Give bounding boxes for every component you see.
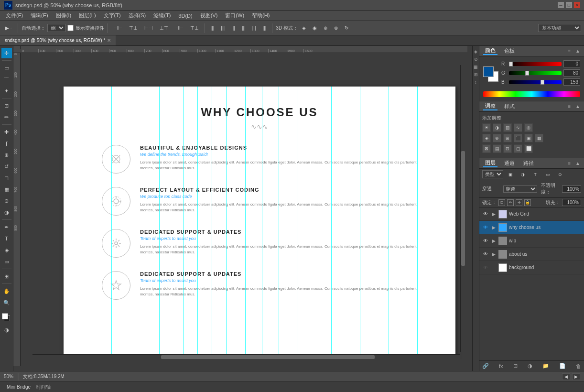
adj-btn-contrast[interactable]: ◑ [493, 123, 501, 132]
distribute-4[interactable]: ||| [239, 24, 248, 32]
hand-tool[interactable]: ✋ [1, 286, 12, 296]
lock-position[interactable]: ✛ [516, 199, 522, 206]
link-layers-btn[interactable]: 🔗 [482, 363, 489, 369]
align-top[interactable]: ⊥⊤ [157, 24, 171, 32]
document-canvas[interactable]: WHY CHOOSE US ∿∿∿ BEAUTIFUL & ENJ [25, 58, 465, 359]
canvas-area[interactable]: 0 100 200 300 400 500 600 700 800 900 10… [13, 46, 472, 371]
3d-tool[interactable]: ⊞ [1, 271, 12, 282]
green-slider[interactable] [509, 71, 562, 75]
healing-brush[interactable]: ✚ [1, 127, 12, 137]
eraser-tool[interactable]: ◻ [1, 173, 12, 183]
layers-filter-pixel[interactable]: ▣ [505, 169, 516, 180]
color-tab[interactable]: 颜色 [483, 47, 497, 55]
layer-visibility-about[interactable]: 👁 [482, 251, 489, 258]
adj-btn-channel[interactable]: ▢ [514, 144, 522, 153]
fg-bg-color-boxes[interactable] [483, 66, 498, 82]
adj-btn-levels[interactable]: ▨ [503, 123, 512, 132]
add-style-btn[interactable]: fx [499, 363, 503, 369]
move-tool-options[interactable]: ▶ · [3, 24, 14, 32]
clone-stamp[interactable]: ⊕ [1, 150, 12, 160]
window-controls[interactable]: ─ □ ✕ [558, 2, 580, 8]
color-panel-menu[interactable]: ≡ [568, 48, 571, 54]
align-right[interactable]: ⊢⊣ [142, 24, 155, 32]
fg-color-box[interactable] [483, 66, 494, 77]
channels-tab[interactable]: 通道 [502, 160, 517, 167]
paths-tab[interactable]: 路径 [521, 160, 536, 167]
align-left[interactable]: ⊣⊢ [111, 24, 125, 32]
opacity-input[interactable] [562, 185, 581, 193]
layer-web-grid[interactable]: 👁 ▶ Web Grid [479, 207, 584, 221]
menu-3d[interactable]: 3D(D) [174, 11, 196, 21]
mini-bridge-tab[interactable]: Mini Bridge [4, 384, 33, 390]
layer-visibility-wip[interactable]: 👁 [482, 238, 489, 244]
adj-btn-photo[interactable]: ▣ [524, 134, 533, 142]
canvas-nav-controls[interactable]: ◀ ▶ [562, 373, 580, 380]
menu-select[interactable]: 选择(S) [125, 11, 150, 21]
layer-expand-why[interactable]: ▶ [491, 225, 497, 230]
prev-page-btn[interactable]: ◀ [562, 373, 570, 380]
menu-image[interactable]: 图像(I) [52, 11, 75, 21]
adj-btn-threshold[interactable]: ⊡ [503, 144, 512, 153]
adj-btn-exposure[interactable]: ◎ [524, 123, 533, 132]
blur-tool[interactable]: ⊙ [1, 196, 12, 206]
dodge-tool[interactable]: ◑ [1, 207, 12, 218]
adj-btn-hue[interactable]: ⊕ [493, 134, 501, 142]
align-middle-v[interactable]: ⊣⊢ [173, 24, 186, 32]
align-bottom[interactable]: ⊤⊥ [188, 24, 201, 32]
crop-tool[interactable]: ⊡ [1, 100, 12, 111]
new-layer-btn[interactable]: 📄 [559, 363, 566, 369]
pen-tool[interactable]: ✒ [1, 222, 12, 232]
type-tool[interactable]: T [1, 233, 12, 244]
scroll-thumb-h[interactable] [161, 355, 375, 359]
menu-window[interactable]: 窗口(W) [221, 11, 248, 21]
green-input[interactable] [563, 69, 580, 76]
layer-wip[interactable]: 👁 ▶ wip [479, 234, 584, 248]
blue-slider[interactable] [509, 80, 562, 84]
workspace-select[interactable]: 基本功能 [538, 24, 581, 32]
timeline-tab[interactable]: 时间轴 [33, 384, 54, 391]
adj-btn-colorbalance[interactable]: ⊞ [503, 134, 512, 142]
layers-filter-smart[interactable]: ⊙ [555, 169, 565, 180]
magic-wand[interactable]: ✦ [1, 86, 12, 96]
adj-panel-menu[interactable]: ≡ [568, 104, 571, 109]
menu-file[interactable]: 文件(F) [2, 11, 27, 21]
align-center-h[interactable]: ⊤⊥ [127, 24, 140, 32]
layers-filter-text[interactable]: T [530, 169, 541, 180]
adj-btn-posterize[interactable]: ▤ [493, 144, 501, 153]
right-icon-4[interactable]: ⊞ [473, 72, 479, 77]
fill-input[interactable] [562, 199, 581, 206]
layers-type-select[interactable]: 类型 [482, 170, 503, 178]
lock-image[interactable]: ✏ [507, 199, 514, 206]
scrollbar-horizontal[interactable] [32, 354, 460, 359]
minimize-button[interactable]: ─ [558, 2, 564, 8]
right-icon-5[interactable]: ↕ [473, 79, 479, 85]
3d-btn-1[interactable]: ◈ [300, 24, 308, 32]
blend-mode-select[interactable]: 穿透 [503, 185, 537, 193]
document-tab[interactable]: sndsgn.psd @ 50% (why choose us, RGB/8#)… [0, 35, 116, 45]
gradient-tool[interactable]: ▦ [1, 184, 12, 195]
adj-btn-brightness[interactable]: ☀ [482, 123, 491, 132]
adj-btn-invert[interactable]: ⊠ [482, 144, 491, 153]
menu-layer[interactable]: 图层(L) [75, 11, 99, 21]
adj-btn-vibrance[interactable]: ◈ [482, 134, 491, 142]
next-page-btn[interactable]: ▶ [572, 373, 580, 380]
color-panel-collapse[interactable]: ▲ [575, 48, 580, 54]
auto-select-dropdown[interactable]: 组 [47, 24, 65, 32]
layers-filter-shape[interactable]: ▭ [542, 169, 553, 180]
show-transform-checkbox[interactable] [67, 25, 74, 31]
close-button[interactable]: ✕ [574, 2, 580, 8]
adjustments-tab[interactable]: 调整 [483, 102, 497, 110]
marquee-tool[interactable]: ▭ [1, 63, 12, 73]
adj-btn-solid[interactable]: ⬜ [524, 144, 533, 153]
layer-why-choose-us[interactable]: 👁 ▶ why choose us [479, 221, 584, 234]
right-icon-1[interactable]: ◈ [473, 49, 479, 54]
3d-btn-2[interactable]: ◉ [310, 24, 319, 32]
color-spectrum[interactable] [483, 91, 580, 97]
adj-btn-gradient[interactable]: ▦ [535, 134, 543, 142]
styles-tab[interactable]: 样式 [502, 103, 517, 110]
menu-filter[interactable]: 滤镜(T) [150, 11, 174, 21]
eyedropper[interactable]: ✏ [1, 112, 12, 122]
delete-layer-btn[interactable]: 🗑 [576, 363, 581, 369]
lock-transparent[interactable]: ⊡ [498, 199, 505, 206]
right-icon-2[interactable]: ⊙ [473, 56, 479, 62]
